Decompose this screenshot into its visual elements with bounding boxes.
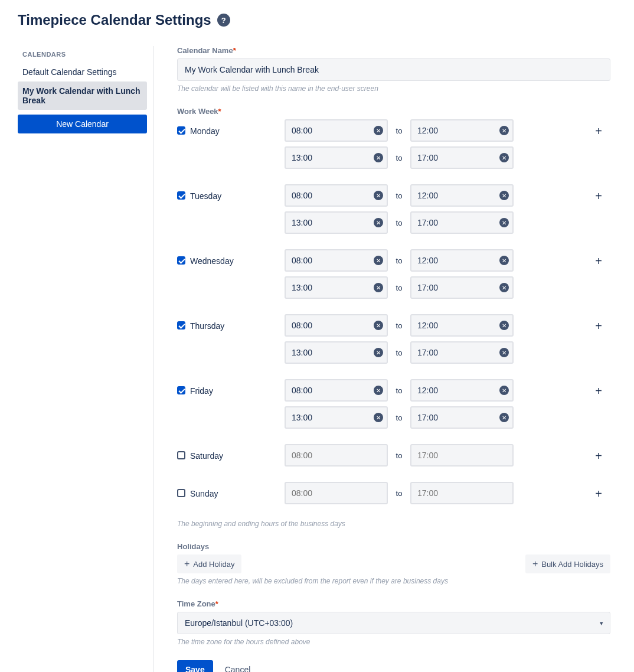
plus-icon: + <box>184 559 189 569</box>
clear-icon[interactable]: ✕ <box>374 348 383 357</box>
end-time-input[interactable] <box>410 341 514 364</box>
to-label: to <box>394 154 404 162</box>
end-time-input[interactable] <box>410 482 514 504</box>
start-time-input[interactable] <box>285 276 388 299</box>
day-label: Monday <box>190 119 285 136</box>
clear-icon[interactable]: ✕ <box>374 413 383 422</box>
clear-icon[interactable]: ✕ <box>374 283 383 292</box>
day-row: Monday✕to✕✕to✕+ <box>177 119 610 174</box>
new-calendar-button[interactable]: New Calendar <box>18 115 147 133</box>
day-checkbox[interactable] <box>177 386 185 394</box>
end-time-input[interactable] <box>410 314 514 337</box>
end-time-input[interactable] <box>410 276 514 299</box>
start-time-input[interactable] <box>285 379 388 402</box>
add-slot-icon[interactable]: + <box>595 488 602 500</box>
add-slot-icon[interactable]: + <box>595 450 602 462</box>
clear-icon[interactable]: ✕ <box>374 126 383 135</box>
workweek-hint: The beginning and ending hours of the bu… <box>177 520 610 528</box>
clear-icon[interactable]: ✕ <box>499 283 509 292</box>
end-time-input[interactable] <box>410 406 514 429</box>
clear-icon[interactable]: ✕ <box>499 153 509 162</box>
end-time-input[interactable] <box>410 211 514 234</box>
start-time-input[interactable] <box>285 314 388 337</box>
start-time-input[interactable] <box>285 406 388 429</box>
day-checkbox[interactable] <box>177 191 185 200</box>
add-holiday-button[interactable]: +Add Holiday <box>177 554 241 573</box>
day-row: Friday✕to✕✕to✕+ <box>177 379 610 433</box>
to-label: to <box>394 191 404 200</box>
day-label: Tuesday <box>190 184 285 201</box>
calendar-name-input[interactable] <box>177 58 610 81</box>
day-checkbox[interactable] <box>177 489 185 497</box>
clear-icon[interactable]: ✕ <box>499 191 509 200</box>
calendar-name-hint: The calendar will be listed with this na… <box>177 84 610 93</box>
add-slot-icon[interactable]: + <box>595 385 602 397</box>
to-label: to <box>394 218 404 227</box>
end-time-input[interactable] <box>410 444 514 467</box>
end-time-input[interactable] <box>410 249 514 272</box>
day-checkbox[interactable] <box>177 321 185 330</box>
workweek-label: Work Week* <box>177 107 610 116</box>
timezone-select[interactable] <box>177 612 610 634</box>
day-checkbox[interactable] <box>177 256 185 265</box>
add-slot-icon[interactable]: + <box>595 190 602 202</box>
day-row: Tuesday✕to✕✕to✕+ <box>177 184 610 239</box>
to-label: to <box>394 386 404 395</box>
page-title: Timepiece Calendar Settings <box>18 12 211 28</box>
sidebar-item-calendar[interactable]: Default Calendar Settings <box>18 63 147 81</box>
start-time-input[interactable] <box>285 444 388 467</box>
day-row: Wednesday✕to✕✕to✕+ <box>177 249 610 304</box>
calendar-name-label: Calendar Name* <box>177 46 610 55</box>
timezone-label: Time Zone* <box>177 599 610 608</box>
end-time-input[interactable] <box>410 146 514 169</box>
day-checkbox[interactable] <box>177 451 185 459</box>
start-time-input[interactable] <box>285 119 388 142</box>
clear-icon[interactable]: ✕ <box>374 153 383 162</box>
to-label: to <box>394 489 404 498</box>
cancel-button[interactable]: Cancel <box>219 660 257 672</box>
start-time-input[interactable] <box>285 341 388 364</box>
day-label: Saturday <box>190 444 285 461</box>
add-slot-icon[interactable]: + <box>595 125 602 137</box>
clear-icon[interactable]: ✕ <box>499 348 509 357</box>
start-time-input[interactable] <box>285 146 388 169</box>
add-slot-icon[interactable]: + <box>595 255 602 267</box>
end-time-input[interactable] <box>410 184 514 207</box>
clear-icon[interactable]: ✕ <box>374 256 383 265</box>
start-time-input[interactable] <box>285 249 388 272</box>
clear-icon[interactable]: ✕ <box>374 218 383 227</box>
clear-icon[interactable]: ✕ <box>374 191 383 200</box>
to-label: to <box>394 321 404 330</box>
to-label: to <box>394 413 404 422</box>
save-button[interactable]: Save <box>177 660 213 672</box>
clear-icon[interactable]: ✕ <box>499 413 509 422</box>
clear-icon[interactable]: ✕ <box>374 386 383 395</box>
start-time-input[interactable] <box>285 184 388 207</box>
end-time-input[interactable] <box>410 379 514 402</box>
clear-icon[interactable]: ✕ <box>499 256 509 265</box>
start-time-input[interactable] <box>285 482 388 504</box>
day-row: Thursday✕to✕✕to✕+ <box>177 314 610 368</box>
day-row: Saturdayto+ <box>177 444 610 471</box>
clear-icon[interactable]: ✕ <box>499 218 509 227</box>
clear-icon[interactable]: ✕ <box>374 321 383 330</box>
to-label: to <box>394 126 404 135</box>
to-label: to <box>394 283 404 292</box>
bulk-add-holidays-button[interactable]: +Bulk Add Holidays <box>525 554 610 573</box>
sidebar: CALENDARS Default Calendar SettingsMy Wo… <box>18 46 153 672</box>
end-time-input[interactable] <box>410 119 514 142</box>
plus-icon: + <box>532 559 538 569</box>
clear-icon[interactable]: ✕ <box>499 321 509 330</box>
holidays-hint: The days entered here, will be excluded … <box>177 577 610 585</box>
sidebar-heading: CALENDARS <box>18 46 147 63</box>
help-icon[interactable]: ? <box>217 14 230 27</box>
add-slot-icon[interactable]: + <box>595 320 602 332</box>
timezone-hint: The time zone for the hours defined abov… <box>177 638 610 646</box>
day-label: Thursday <box>190 314 285 331</box>
clear-icon[interactable]: ✕ <box>499 126 509 135</box>
sidebar-item-calendar[interactable]: My Work Calendar with Lunch Break <box>18 81 147 110</box>
clear-icon[interactable]: ✕ <box>499 386 509 395</box>
start-time-input[interactable] <box>285 211 388 234</box>
day-checkbox[interactable] <box>177 126 185 135</box>
to-label: to <box>394 256 404 265</box>
